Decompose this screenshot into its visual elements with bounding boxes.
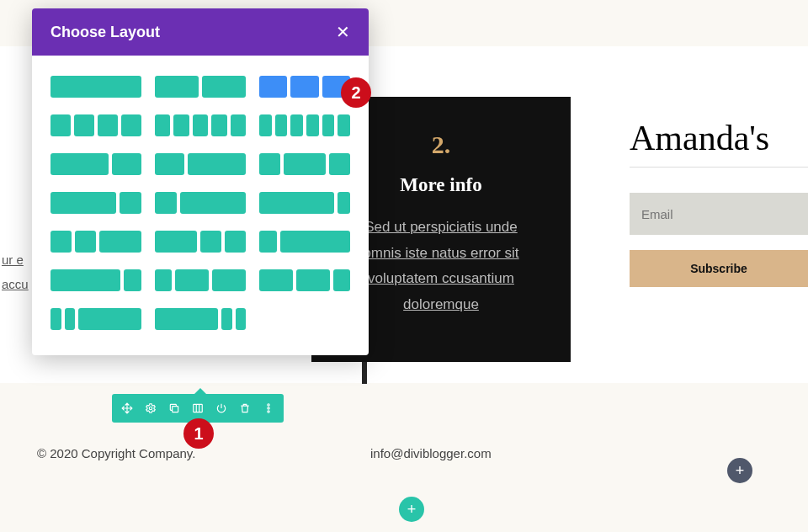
layout-3col-selected[interactable] <box>259 76 350 98</box>
svg-rect-1 <box>173 407 178 412</box>
close-icon[interactable]: ✕ <box>336 22 350 42</box>
subscribe-panel: Amanda's Subscribe <box>630 118 808 287</box>
annotation-badge-1: 1 <box>183 418 214 449</box>
layout-6col[interactable] <box>259 114 350 136</box>
footer-email: info@diviblogger.com <box>370 446 492 460</box>
modal-header: Choose Layout ✕ <box>32 8 369 56</box>
layout-4col[interactable] <box>50 114 141 136</box>
svg-point-5 <box>268 411 269 412</box>
gear-icon[interactable] <box>141 398 161 418</box>
add-row-button[interactable]: + <box>399 497 424 522</box>
svg-point-0 <box>149 407 152 410</box>
email-field[interactable] <box>630 193 808 235</box>
trash-icon[interactable] <box>235 398 255 418</box>
more-icon[interactable] <box>258 398 279 418</box>
modal-title: Choose Layout <box>50 24 160 41</box>
layout-1-2[interactable] <box>155 153 246 175</box>
subscribe-button[interactable]: Subscribe <box>630 250 808 287</box>
layout-2-1-1[interactable] <box>155 231 246 253</box>
layout-grid <box>32 56 369 355</box>
copyright-text: © 2020 Copyright Company. <box>37 446 195 460</box>
layout-1col[interactable] <box>50 76 141 98</box>
layout-1-2-1[interactable] <box>259 153 350 175</box>
layout-1-4[interactable] <box>259 231 350 253</box>
layout-2-1[interactable] <box>50 153 141 175</box>
layout-2-2-1[interactable] <box>259 269 350 291</box>
layout-4-1[interactable] <box>50 269 141 291</box>
layout-5col[interactable] <box>155 114 246 136</box>
svg-point-3 <box>268 404 269 406</box>
power-icon[interactable] <box>211 398 231 418</box>
layout-narrow-2[interactable] <box>155 308 246 330</box>
layout-2col[interactable] <box>155 76 246 98</box>
move-icon[interactable] <box>117 398 137 418</box>
svg-rect-2 <box>194 404 203 412</box>
layout-modal: Choose Layout ✕ <box>32 8 369 355</box>
duplicate-icon[interactable] <box>164 398 184 418</box>
svg-point-4 <box>268 407 269 409</box>
add-section-button[interactable]: + <box>727 458 752 483</box>
layout-1-3b[interactable] <box>259 192 350 214</box>
layout-narrow-1[interactable] <box>50 308 141 330</box>
layout-1-1-2[interactable] <box>50 231 141 253</box>
layout-3-1[interactable] <box>50 192 141 214</box>
layout-1-3[interactable] <box>155 192 246 214</box>
annotation-badge-2: 2 <box>341 77 371 108</box>
columns-icon[interactable] <box>188 398 208 418</box>
layout-1-2-2[interactable] <box>155 269 246 291</box>
panel-heading: Amanda's <box>630 118 808 168</box>
